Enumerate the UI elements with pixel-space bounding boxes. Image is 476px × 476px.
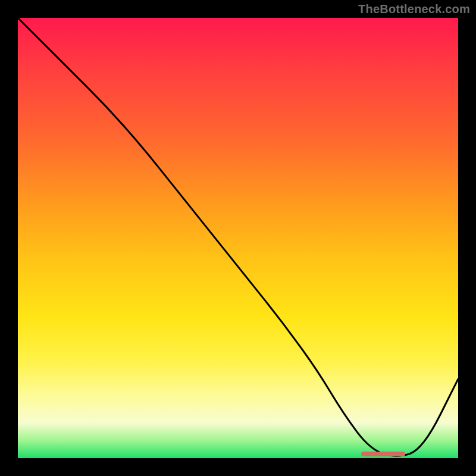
optimal-range-marker — [361, 452, 405, 456]
plot-area — [18, 18, 458, 458]
watermark-label: TheBottleneck.com — [358, 2, 470, 16]
line-plot-svg — [18, 18, 458, 458]
bottleneck-curve — [18, 18, 458, 456]
chart-frame: TheBottleneck.com — [0, 0, 476, 476]
